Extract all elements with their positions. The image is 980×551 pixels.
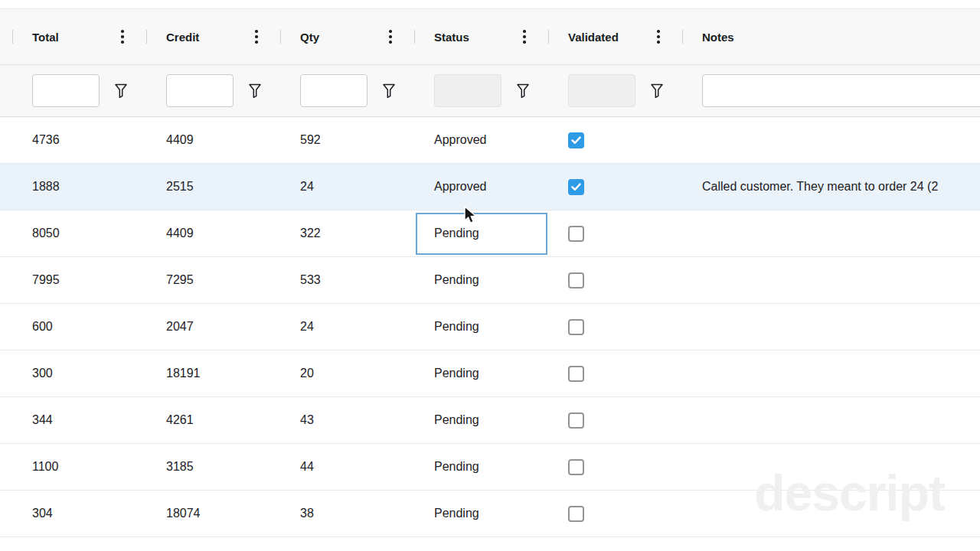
filter-funnel-icon[interactable] bbox=[650, 83, 664, 99]
check-icon bbox=[571, 183, 581, 191]
cell-validated[interactable] bbox=[548, 117, 682, 163]
column-header-label: Qty bbox=[300, 31, 319, 44]
cell-qty[interactable]: 24 bbox=[280, 164, 414, 210]
table-row[interactable]: 8050 4409 322 Pending bbox=[0, 210, 980, 257]
table-row[interactable]: 1888 2515 24 Approved Called customer. T… bbox=[0, 164, 980, 210]
cell-status[interactable]: Pending bbox=[414, 350, 548, 396]
cell-status[interactable]: Pending bbox=[414, 257, 548, 303]
cell-qty[interactable]: 592 bbox=[280, 117, 414, 163]
cell-total[interactable]: 300 bbox=[12, 350, 146, 396]
cell-credit[interactable]: 18191 bbox=[146, 350, 280, 396]
cell-notes[interactable] bbox=[682, 397, 980, 443]
table-row[interactable]: 7995 7295 533 Pending bbox=[0, 257, 980, 304]
filter-funnel-icon[interactable] bbox=[516, 83, 530, 99]
cell-total[interactable]: 344 bbox=[12, 397, 146, 443]
cell-status[interactable]: Approved bbox=[414, 164, 548, 210]
cell-validated[interactable] bbox=[548, 304, 682, 350]
column-menu-icon[interactable] bbox=[520, 28, 529, 45]
qty-filter-input[interactable] bbox=[300, 74, 368, 107]
cell-status[interactable]: Pending bbox=[414, 491, 548, 536]
filter-cell-credit bbox=[146, 65, 280, 116]
cell-validated[interactable] bbox=[548, 444, 682, 490]
check-icon bbox=[571, 136, 581, 145]
filter-funnel-icon[interactable] bbox=[382, 83, 396, 99]
cell-notes[interactable]: Called customer. They meant to order 24 … bbox=[682, 164, 980, 210]
column-header-qty[interactable]: Qty bbox=[280, 9, 414, 64]
cell-total[interactable]: 7995 bbox=[12, 257, 146, 303]
cell-notes[interactable] bbox=[682, 491, 980, 536]
cell-validated[interactable] bbox=[548, 491, 682, 536]
validated-filter-input bbox=[568, 74, 635, 107]
cell-qty[interactable]: 24 bbox=[280, 304, 414, 350]
cell-validated[interactable] bbox=[548, 350, 682, 396]
cell-qty[interactable]: 44 bbox=[280, 444, 414, 490]
cell-validated[interactable] bbox=[548, 397, 682, 443]
cell-credit[interactable]: 18074 bbox=[146, 491, 280, 536]
validated-checkbox[interactable] bbox=[568, 179, 584, 195]
cell-validated[interactable] bbox=[548, 257, 682, 303]
cell-qty[interactable]: 322 bbox=[280, 210, 414, 256]
column-menu-icon[interactable] bbox=[118, 28, 127, 45]
cell-notes[interactable] bbox=[682, 210, 980, 256]
cell-credit[interactable]: 3185 bbox=[146, 444, 280, 490]
column-menu-icon[interactable] bbox=[252, 28, 261, 45]
validated-checkbox[interactable] bbox=[568, 366, 584, 382]
column-header-notes[interactable]: Notes bbox=[682, 9, 980, 64]
table-row[interactable]: 600 2047 24 Pending bbox=[0, 304, 980, 350]
cell-notes[interactable] bbox=[682, 444, 980, 490]
cell-notes[interactable] bbox=[682, 304, 980, 350]
column-header-credit[interactable]: Credit bbox=[146, 9, 280, 64]
cell-total[interactable]: 1100 bbox=[12, 444, 146, 490]
cell-status[interactable]: Pending bbox=[414, 210, 548, 256]
cell-status[interactable]: Pending bbox=[414, 304, 548, 350]
filter-funnel-icon[interactable] bbox=[248, 83, 262, 99]
cell-total[interactable]: 1888 bbox=[12, 164, 146, 210]
validated-checkbox[interactable] bbox=[568, 132, 584, 148]
cell-total[interactable]: 4736 bbox=[12, 117, 146, 163]
cell-status[interactable]: Pending bbox=[414, 444, 548, 490]
table-row[interactable]: 4736 4409 592 Approved bbox=[0, 117, 980, 164]
credit-filter-input[interactable] bbox=[166, 74, 234, 107]
column-header-total[interactable]: Total bbox=[12, 9, 146, 64]
column-header-validated[interactable]: Validated bbox=[548, 9, 682, 64]
filter-cell-qty bbox=[280, 65, 414, 116]
cell-total[interactable]: 600 bbox=[12, 304, 146, 350]
cell-status[interactable]: Approved bbox=[414, 117, 548, 163]
column-menu-icon[interactable] bbox=[386, 28, 395, 45]
table-row[interactable]: 300 18191 20 Pending bbox=[0, 350, 980, 397]
cell-credit[interactable]: 4261 bbox=[146, 397, 280, 443]
validated-checkbox[interactable] bbox=[568, 412, 584, 429]
filter-cell-notes bbox=[682, 65, 980, 116]
cell-credit[interactable]: 4409 bbox=[146, 117, 280, 163]
cell-credit[interactable]: 4409 bbox=[146, 210, 280, 256]
cell-notes[interactable] bbox=[682, 117, 980, 163]
cell-qty[interactable]: 43 bbox=[280, 397, 414, 443]
cell-notes[interactable] bbox=[682, 257, 980, 303]
grid-body: 4736 4409 592 Approved 1888 2515 24 Appr… bbox=[0, 117, 980, 537]
total-filter-input[interactable] bbox=[32, 74, 100, 107]
filter-funnel-icon[interactable] bbox=[114, 83, 128, 99]
cell-total[interactable]: 8050 bbox=[12, 210, 146, 256]
cell-status[interactable]: Pending bbox=[414, 397, 548, 443]
table-row[interactable]: 304 18074 38 Pending bbox=[0, 491, 980, 537]
cell-credit[interactable]: 7295 bbox=[146, 257, 280, 303]
cell-qty[interactable]: 38 bbox=[280, 491, 414, 536]
notes-filter-input[interactable] bbox=[702, 74, 980, 107]
cell-qty[interactable]: 533 bbox=[280, 257, 414, 303]
cell-validated[interactable] bbox=[548, 210, 682, 256]
cell-validated[interactable] bbox=[548, 164, 682, 210]
cell-notes[interactable] bbox=[682, 350, 980, 396]
column-menu-icon[interactable] bbox=[654, 28, 663, 45]
validated-checkbox[interactable] bbox=[568, 226, 584, 242]
cell-total[interactable]: 304 bbox=[12, 491, 146, 536]
table-row[interactable]: 1100 3185 44 Pending bbox=[0, 444, 980, 491]
validated-checkbox[interactable] bbox=[568, 506, 584, 522]
column-header-status[interactable]: Status bbox=[414, 9, 548, 64]
validated-checkbox[interactable] bbox=[568, 319, 584, 335]
cell-qty[interactable]: 20 bbox=[280, 350, 414, 396]
cell-credit[interactable]: 2047 bbox=[146, 304, 280, 350]
cell-credit[interactable]: 2515 bbox=[146, 164, 280, 210]
validated-checkbox[interactable] bbox=[568, 459, 584, 475]
validated-checkbox[interactable] bbox=[568, 272, 584, 289]
table-row[interactable]: 344 4261 43 Pending bbox=[0, 397, 980, 444]
